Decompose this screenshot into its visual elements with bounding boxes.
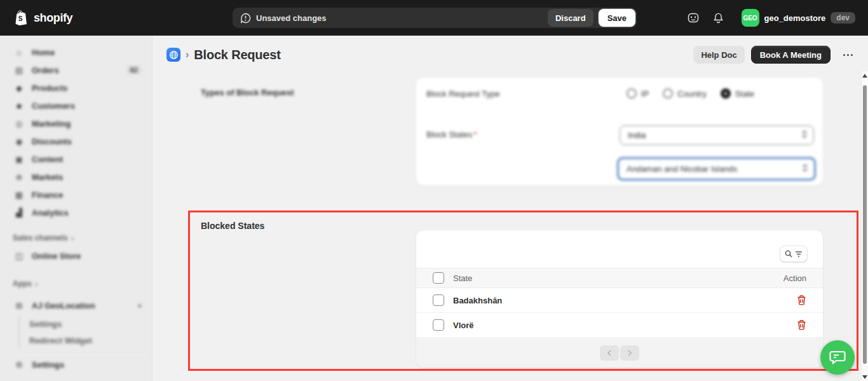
sidebar-item-discounts[interactable]: ◉ Discounts	[5, 132, 147, 150]
sidebar-item-settings[interactable]: ⚙ Settings	[5, 356, 147, 373]
radio-state-dot[interactable]	[721, 88, 731, 99]
orders-icon: ▤	[13, 66, 25, 75]
vertical-scrollbar	[861, 71, 868, 381]
radio-ip[interactable]: IP	[627, 88, 649, 99]
apps-header[interactable]: Apps ›	[5, 276, 147, 291]
topbar: S shopify Unsaved changes Discard Save	[0, 0, 868, 36]
online-store-icon: ◫	[13, 251, 25, 261]
store-avatar: GEO	[742, 9, 759, 27]
alert-icon	[240, 13, 251, 24]
table-pagination	[416, 338, 823, 368]
store-name: geo_demostore	[764, 13, 826, 23]
sidebar-item-markets[interactable]: ⊕ Markets	[5, 168, 147, 186]
block-request-form-card: Block Request Type IP Country State	[416, 78, 823, 186]
breadcrumb-chevron: ›	[186, 49, 189, 60]
app-grid-icon: ⊞	[13, 301, 25, 310]
radio-country-dot[interactable]	[663, 88, 673, 99]
table-row: Vlorë	[416, 313, 823, 338]
scrollbar-thumb[interactable]	[863, 85, 867, 364]
search-icon	[785, 250, 792, 258]
sidebar-subitem-settings[interactable]: Settings	[29, 315, 147, 332]
sidebar-item-customers[interactable]: ☻ Customers	[5, 97, 147, 114]
block-states-label: Block States*	[426, 130, 477, 139]
marketing-icon: ◎	[13, 119, 25, 128]
finance-icon: ▦	[13, 190, 25, 200]
search-filter-button[interactable]	[780, 246, 808, 262]
sidebar-item-home[interactable]: ⌂ Home	[5, 43, 147, 61]
sidekick-icon[interactable]	[687, 11, 700, 24]
block-request-type-radios: IP Country State	[627, 88, 754, 99]
sidebar-item-aj-geolocation[interactable]: ⊞ AJ GeoLocation ◆	[5, 296, 147, 314]
blocked-states-card: State Action Badakhshān Vlorë	[416, 230, 823, 368]
sidebar-item-analytics[interactable]: ▟ Analytics	[5, 204, 147, 221]
shopify-bag-icon: S	[14, 10, 29, 26]
customers-icon: ☻	[13, 101, 25, 111]
sidebar-item-content[interactable]: ▣ Content	[5, 150, 147, 168]
store-menu[interactable]: GEO geo_demostore dev	[738, 6, 860, 29]
required-asterisk: *	[473, 130, 477, 139]
pagination-prev-button[interactable]	[600, 345, 619, 361]
home-icon: ⌂	[13, 48, 25, 57]
pagination-next-button[interactable]	[620, 345, 639, 361]
env-badge: dev	[831, 12, 855, 24]
table-row: Badakhshān	[416, 288, 823, 313]
help-doc-button[interactable]: Help Doc	[693, 46, 744, 64]
chevron-right-icon: ›	[71, 233, 74, 243]
form-section-label: Types of Block Request	[201, 88, 294, 97]
action-column-header: Action	[783, 274, 806, 283]
select-all-checkbox[interactable]	[433, 272, 444, 284]
radio-ip-dot[interactable]	[627, 88, 637, 99]
discard-button[interactable]: Discard	[548, 9, 593, 27]
notifications-bell-icon[interactable]	[712, 11, 725, 24]
scrollbar-up-arrow[interactable]	[862, 74, 867, 78]
block-request-type-label: Block Request Type	[426, 89, 499, 99]
markets-icon: ⊕	[13, 172, 25, 182]
delete-button[interactable]	[797, 295, 806, 305]
delete-button[interactable]	[797, 320, 806, 330]
table-header-row: State Action	[416, 268, 823, 288]
sidebar-subitem-redirect-widget[interactable]: Redirect Widget	[29, 332, 147, 349]
radio-country[interactable]: Country	[663, 88, 707, 99]
unsaved-changes-banner: Unsaved changes Discard Save	[233, 8, 637, 28]
pin-icon: ◆	[138, 303, 142, 308]
select-caret-icon	[801, 130, 808, 141]
country-select[interactable]: India	[620, 125, 814, 145]
blocked-states-heading: Blocked States	[201, 221, 264, 231]
radio-state[interactable]: State	[721, 88, 754, 99]
select-caret-icon	[801, 163, 809, 174]
sidebar-item-online-store[interactable]: ◫ Online Store	[5, 247, 147, 265]
sidebar: ⌂ Home ▤ Orders 82 ◆ Products ☻ Customer…	[0, 36, 153, 381]
unsaved-changes-label: Unsaved changes	[256, 13, 327, 23]
discounts-icon: ◉	[13, 137, 25, 146]
geolocation-app-icon	[166, 48, 180, 62]
row-checkbox[interactable]	[433, 319, 444, 331]
content-icon: ▣	[13, 155, 25, 164]
products-icon: ◆	[13, 83, 25, 93]
book-a-meeting-button[interactable]: Book A Meeting	[751, 46, 831, 64]
save-button[interactable]: Save	[599, 9, 635, 27]
main-area: › Block Request Help Doc Book A Meeting …	[153, 36, 868, 381]
sidebar-item-marketing[interactable]: ◎ Marketing	[5, 114, 147, 132]
state-column-header: State	[453, 274, 472, 283]
sales-channels-header[interactable]: Sales channels ›	[5, 230, 147, 246]
sidebar-item-products[interactable]: ◆ Products	[5, 79, 147, 97]
table-toolbar	[416, 230, 823, 268]
svg-text:S: S	[18, 15, 23, 22]
filter-icon	[795, 250, 803, 258]
sidebar-item-orders[interactable]: ▤ Orders 82	[5, 61, 147, 79]
state-name: Vlorë	[453, 321, 474, 330]
orders-count-badge: 82	[126, 66, 142, 74]
state-select[interactable]: Andaman and Nicobar Islands	[618, 158, 815, 180]
page-title: Block Request	[194, 48, 280, 62]
shopify-wordmark: shopify	[34, 11, 72, 25]
chat-bubble-icon	[829, 350, 846, 365]
chevron-right-icon: ›	[35, 279, 37, 289]
row-checkbox[interactable]	[433, 294, 444, 306]
scrollbar-down-arrow[interactable]	[862, 375, 867, 379]
shopify-logo[interactable]: S shopify	[14, 10, 72, 26]
sidebar-item-finance[interactable]: ▦ Finance	[5, 186, 147, 204]
chat-widget-button[interactable]	[820, 340, 855, 375]
overflow-menu-icon[interactable]	[841, 50, 855, 60]
gear-icon: ⚙	[13, 360, 25, 370]
state-name: Badakhshān	[453, 296, 502, 305]
